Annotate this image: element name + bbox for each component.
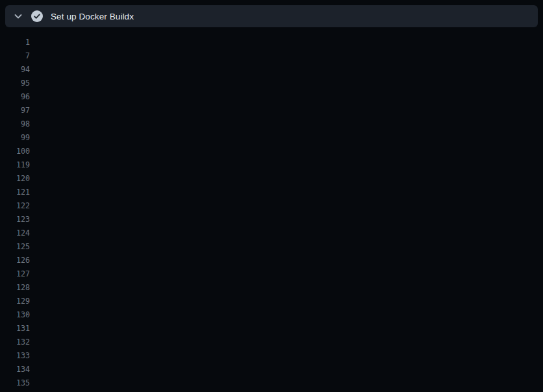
line-number[interactable]: 126 bbox=[0, 254, 30, 267]
log-output-text: } bbox=[41, 295, 104, 308]
line-number[interactable]: 134 bbox=[0, 363, 30, 376]
log-line: 95 /usr/bin/docker buildx version bbox=[0, 77, 543, 90]
log-line[interactable]: 119 ▼Inspect builder bbox=[0, 158, 543, 172]
log-output-text: "platforms": "linux/amd64,linux/amd64/v2… bbox=[41, 281, 479, 295]
line-number[interactable]: 135 bbox=[0, 376, 30, 390]
log-line: 123 "name": "builder-d9cfb5a1-c764-445a-… bbox=[0, 213, 543, 227]
log-group-header[interactable]: ▼BuildKit version bbox=[41, 376, 151, 390]
log-line[interactable]: 100 ▶Booting builder bbox=[0, 145, 543, 158]
log-group-header[interactable]: ▶Run ./ bbox=[41, 36, 105, 49]
log-group-header[interactable]: ▼Buildx version bbox=[41, 63, 142, 77]
line-number[interactable]: 125 bbox=[0, 240, 30, 254]
line-number[interactable]: 132 bbox=[0, 336, 30, 349]
step-title: Set up Docker Buildx bbox=[51, 12, 134, 21]
line-number[interactable]: 124 bbox=[0, 227, 30, 240]
log-output-text: "buildkitd-flags": "--allow-insecure-ent… bbox=[41, 254, 543, 267]
line-number[interactable]: 127 bbox=[0, 267, 30, 281]
log-line: 131 "name": "builder-d9cfb5a1-c764-445a-… bbox=[0, 322, 543, 336]
step-header[interactable]: Set up Docker Buildx bbox=[5, 5, 538, 27]
line-number[interactable]: 94 bbox=[0, 63, 30, 77]
log-output-text: "nodes": [ bbox=[41, 186, 136, 199]
log-line[interactable]: 94 ▼Buildx version bbox=[0, 63, 543, 77]
log-line: 98 /usr/bin/docker buildx create --name … bbox=[0, 117, 543, 131]
log-line: 134 } bbox=[0, 363, 543, 376]
log-line: 132 "driver": "docker-container", bbox=[0, 336, 543, 349]
line-number[interactable]: 119 bbox=[0, 158, 30, 172]
log-line: 99 builder-d9cfb5a1-c764-445a-a57e-0b19d… bbox=[0, 131, 543, 145]
log-lines: 1 ▶Run ./ 7 ▶Docker info 94 ▼Buildx vers… bbox=[0, 27, 543, 392]
log-output-text: builder-d9cfb5a1-c764-445a-a57e-0b19d2e6… bbox=[41, 131, 283, 145]
line-number[interactable]: 130 bbox=[0, 308, 30, 322]
log-command-text: /usr/bin/docker buildx version bbox=[41, 77, 218, 90]
line-number[interactable]: 97 bbox=[0, 104, 30, 117]
line-number[interactable]: 1 bbox=[0, 36, 30, 49]
log-output-text: "name": "builder-d9cfb5a1-c764-445a-a57e… bbox=[41, 322, 342, 336]
chevron-down-icon[interactable] bbox=[13, 11, 23, 21]
log-line: 126 "buildkitd-flags": "--allow-insecure… bbox=[0, 254, 543, 267]
log-output-text: "status": "running", bbox=[41, 240, 200, 254]
log-line: 129 } bbox=[0, 295, 543, 308]
line-number[interactable]: 133 bbox=[0, 349, 30, 363]
log-command-text: /usr/bin/docker buildx create --name bui… bbox=[41, 117, 543, 131]
line-number[interactable]: 96 bbox=[0, 90, 30, 104]
log-line: 127 "buildkit": "v0.11.3", bbox=[0, 267, 543, 281]
log-line: 128 "platforms": "linux/amd64,linux/amd6… bbox=[0, 281, 543, 295]
log-output-text: { bbox=[41, 199, 104, 213]
log-line: 120 { bbox=[0, 172, 543, 186]
log-output-text: ], bbox=[41, 308, 99, 322]
log-output-text: "lastActivity": "2023-02-25T11:58:12.000… bbox=[41, 349, 283, 363]
log-line[interactable]: 1 ▶Run ./ bbox=[0, 36, 543, 49]
line-number[interactable]: 129 bbox=[0, 295, 30, 308]
log-output-text: github.com/docker/buildx 0.10.3+azure-1 … bbox=[41, 90, 447, 104]
log-viewer: Set up Docker Buildx 1 ▶Run ./ 7 ▶Docker… bbox=[0, 5, 543, 392]
log-line[interactable]: 135 ▼BuildKit version bbox=[0, 376, 543, 390]
log-line: 96 github.com/docker/buildx 0.10.3+azure… bbox=[0, 90, 543, 104]
check-circle-icon bbox=[31, 10, 43, 22]
line-number[interactable]: 7 bbox=[0, 49, 30, 63]
log-group-header[interactable]: ▶Booting builder bbox=[41, 145, 147, 158]
log-output-text: "buildkit": "v0.11.3", bbox=[41, 267, 209, 281]
log-line: 121 "nodes": [ bbox=[0, 186, 543, 199]
log-line: 124 "endpoint": "unix:///var/run/docker.… bbox=[0, 227, 543, 240]
line-number[interactable]: 98 bbox=[0, 117, 30, 131]
log-output-text: } bbox=[41, 363, 86, 376]
log-line: 125 "status": "running", bbox=[0, 240, 543, 254]
log-group-header[interactable]: ▼Inspect builder bbox=[41, 158, 147, 172]
log-line[interactable]: 7 ▶Docker info bbox=[0, 49, 543, 63]
line-number[interactable]: 131 bbox=[0, 322, 30, 336]
log-output-text: "driver": "docker-container", bbox=[41, 336, 223, 349]
line-number[interactable]: 120 bbox=[0, 172, 30, 186]
log-line[interactable]: 97 ▼Creating a new builder instance bbox=[0, 104, 543, 117]
line-number[interactable]: 121 bbox=[0, 186, 30, 199]
log-line: 122 { bbox=[0, 199, 543, 213]
line-number[interactable]: 100 bbox=[0, 145, 30, 158]
line-number[interactable]: 99 bbox=[0, 131, 30, 145]
log-line: 130 ], bbox=[0, 308, 543, 322]
log-group-header[interactable]: ▶Docker info bbox=[41, 49, 129, 63]
line-number[interactable]: 128 bbox=[0, 281, 30, 295]
log-output-text: { bbox=[41, 172, 86, 186]
line-number[interactable]: 122 bbox=[0, 199, 30, 213]
line-number[interactable]: 95 bbox=[0, 77, 30, 90]
log-output-text: "endpoint": "unix:///var/run/docker.sock… bbox=[41, 227, 301, 240]
log-line: 133 "lastActivity": "2023-02-25T11:58:12… bbox=[0, 349, 543, 363]
line-number[interactable]: 123 bbox=[0, 213, 30, 227]
log-group-header[interactable]: ▼Creating a new builder instance bbox=[41, 104, 220, 117]
log-output-text: "name": "builder-d9cfb5a1-c764-445a-a57e… bbox=[41, 213, 365, 227]
